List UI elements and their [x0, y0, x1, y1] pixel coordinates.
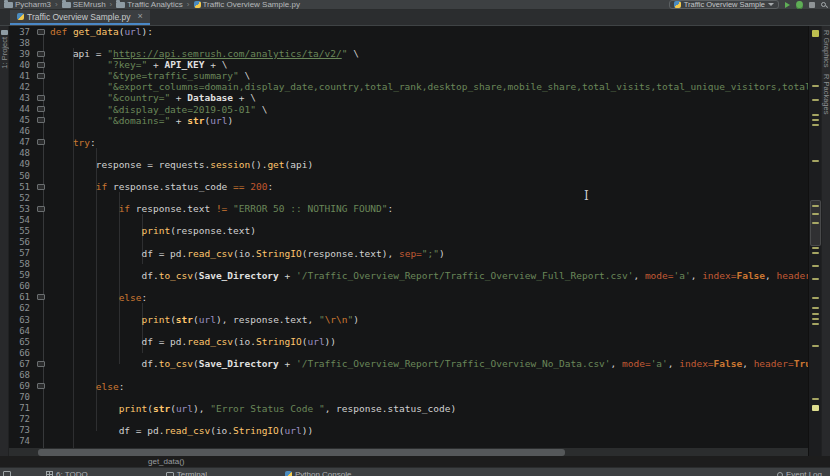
code-analysis-indicator[interactable]: [812, 30, 819, 37]
code-line[interactable]: 66: [9, 347, 808, 358]
code-line[interactable]: 52: [9, 192, 808, 203]
breadcrumb-item[interactable]: Pycharm3: [4, 0, 51, 9]
event-log-button[interactable]: Event Log: [777, 470, 822, 476]
statusbar-python-console[interactable]: Python Console: [285, 470, 351, 476]
warning-stripe-mark[interactable]: [812, 124, 819, 126]
warning-stripe-mark[interactable]: [812, 119, 819, 121]
context-breadcrumb[interactable]: get_data(): [148, 457, 184, 466]
horizontal-scrollbar-thumb[interactable]: [38, 449, 565, 456]
warning-stripe-mark[interactable]: [812, 114, 819, 116]
warning-stripe-mark[interactable]: [812, 345, 819, 347]
highlighted-stripe-mark[interactable]: [812, 405, 819, 411]
code-line[interactable]: 65 df = pd.read_csv(io.StringIO(url)): [9, 336, 808, 347]
code-line[interactable]: 55 print(response.text): [9, 225, 808, 236]
code-line[interactable]: 38: [9, 37, 808, 48]
fold-marker[interactable]: [33, 73, 50, 79]
bug-icon[interactable]: [796, 1, 803, 9]
code-line[interactable]: 43 "&country=" + Database + \: [9, 92, 808, 103]
code-line[interactable]: 56: [9, 236, 808, 247]
search-icon[interactable]: [821, 2, 826, 7]
warning-stripe-mark[interactable]: [812, 313, 819, 315]
code-line[interactable]: 69 else:: [9, 381, 808, 392]
fold-marker[interactable]: [33, 51, 50, 57]
fold-marker[interactable]: [33, 106, 50, 112]
code-line[interactable]: 47 try:: [9, 137, 808, 148]
code-line[interactable]: 72: [9, 414, 808, 425]
code-area[interactable]: 37def get_data(url):3839 api = "https://…: [9, 26, 808, 456]
run-configuration-select[interactable]: Traffic Overview Sample: [669, 0, 779, 9]
horizontal-scrollbar[interactable]: [9, 448, 808, 456]
code-line[interactable]: 51 if response.status_code == 200:: [9, 181, 808, 192]
fold-marker[interactable]: [33, 294, 50, 300]
breadcrumb-label: Pycharm3: [15, 0, 51, 9]
warning-stripe-mark[interactable]: [812, 247, 819, 249]
code-line[interactable]: 61 else:: [9, 292, 808, 303]
code-line[interactable]: 64: [9, 325, 808, 336]
breadcrumb-item[interactable]: Traffic Analytics: [116, 0, 183, 9]
warning-stripe-mark[interactable]: [812, 318, 819, 320]
warning-stripe-mark[interactable]: [812, 252, 819, 254]
code-line[interactable]: 59 df.to_csv(Save_Directory + '/Traffic_…: [9, 270, 808, 281]
line-number: 58: [9, 259, 33, 269]
fold-marker[interactable]: [33, 184, 50, 190]
statusbar-terminal[interactable]: Terminal: [166, 470, 207, 476]
tab-traffic-overview-sample[interactable]: Traffic Overview Sample.py ×: [10, 10, 150, 25]
code-line[interactable]: 48: [9, 148, 808, 159]
warning-stripe-mark[interactable]: [812, 213, 819, 215]
code-line[interactable]: 63 print(str(url), response.text, "\r\n"…: [9, 314, 808, 325]
warning-stripe-mark[interactable]: [812, 265, 819, 267]
warning-stripe-mark[interactable]: [812, 222, 819, 224]
code-line[interactable]: 62: [9, 303, 808, 314]
warning-stripe-mark[interactable]: [812, 205, 819, 207]
warning-stripe-mark[interactable]: [812, 398, 819, 400]
code-line[interactable]: 68: [9, 369, 808, 380]
run-toolbar: Traffic Overview Sample: [669, 0, 826, 9]
toolwindow-button-r-graphics[interactable]: R Graphics: [822, 30, 830, 68]
fold-marker[interactable]: [33, 206, 50, 212]
code-line[interactable]: 70: [9, 392, 808, 403]
code-editor[interactable]: 37def get_data(url):3839 api = "https://…: [9, 26, 808, 456]
code-line[interactable]: 42 "&export_columns=domain,display_date,…: [9, 81, 808, 92]
code-line[interactable]: 44 "&display_date=2019-05-01" \: [9, 104, 808, 115]
code-line[interactable]: 39 api = "https://api.semrush.com/analyt…: [9, 48, 808, 59]
warning-stripe-mark[interactable]: [812, 278, 819, 280]
toolwindow-button-project[interactable]: 1: Project: [0, 30, 9, 69]
warning-stripe-mark[interactable]: [812, 297, 819, 299]
code-line[interactable]: 53 if response.text != "ERROR 50 :: NOTH…: [9, 203, 808, 214]
fold-marker[interactable]: [33, 95, 50, 101]
warning-stripe-mark[interactable]: [812, 160, 819, 162]
code-line[interactable]: 37def get_data(url):: [9, 26, 808, 37]
statusbar--todo[interactable]: 6: TODO: [46, 470, 88, 476]
warning-stripe-mark[interactable]: [812, 323, 819, 325]
code-line[interactable]: 71 print(str(url), "Error Status Code ",…: [9, 403, 808, 414]
warning-stripe-mark[interactable]: [812, 85, 819, 87]
fold-marker[interactable]: [33, 361, 50, 367]
code-line[interactable]: 74: [9, 436, 808, 447]
code-line[interactable]: 46: [9, 126, 808, 137]
close-icon[interactable]: ×: [137, 12, 142, 21]
code-line[interactable]: 50: [9, 170, 808, 181]
fold-marker[interactable]: [33, 62, 50, 68]
warning-stripe-mark[interactable]: [812, 99, 819, 101]
code-line[interactable]: 58: [9, 259, 808, 270]
breadcrumb-item[interactable]: SEMrush: [62, 0, 106, 9]
fold-marker[interactable]: [33, 383, 50, 389]
code-line[interactable]: 73 df = pd.read_csv(io.StringIO(url)): [9, 425, 808, 436]
toolwindow-button-r-packages[interactable]: R Packages: [822, 74, 830, 114]
toolwindow-quick-access-icon[interactable]: [3, 471, 11, 476]
code-line[interactable]: 41 "&type=traffic_summary" \: [9, 70, 808, 81]
code-line[interactable]: 54: [9, 214, 808, 225]
code-line[interactable]: 67 df.to_csv(Save_Directory + '/Traffic_…: [9, 358, 808, 369]
breadcrumb-item[interactable]: Traffic Overview Sample.py: [194, 0, 300, 9]
code-line[interactable]: 45 "&domains=" + str(url): [9, 115, 808, 126]
warning-stripe-mark[interactable]: [812, 307, 819, 309]
code-line[interactable]: 57 df = pd.read_csv(io.StringIO(response…: [9, 248, 808, 259]
fold-marker[interactable]: [33, 117, 50, 123]
code-line[interactable]: 49 response = requests.session().get(api…: [9, 159, 808, 170]
fold-marker[interactable]: [33, 139, 50, 145]
code-line[interactable]: 60: [9, 281, 808, 292]
fold-marker[interactable]: [33, 29, 50, 35]
play-icon[interactable]: [785, 2, 790, 8]
code-line[interactable]: 40 "?key=" + API_KEY + \: [9, 59, 808, 70]
stop-icon[interactable]: [809, 2, 815, 8]
